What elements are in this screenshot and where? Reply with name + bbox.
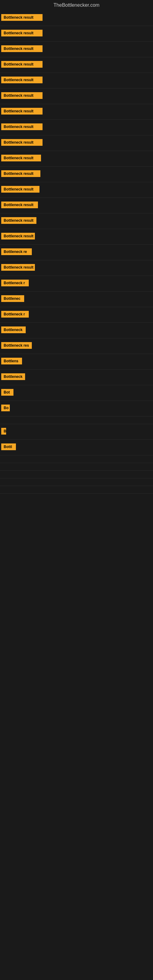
list-item (0, 478, 153, 486)
list-item: Bottleneck result (0, 73, 153, 89)
bottleneck-result-bar[interactable]: Bot (1, 389, 13, 396)
bottleneck-result-bar[interactable]: Bottleneck result (1, 45, 43, 52)
list-item: B (0, 424, 153, 440)
bottleneck-result-bar[interactable]: Bo (1, 404, 10, 411)
rows-container: Bottleneck resultBottleneck resultBottle… (0, 10, 153, 494)
list-item: Bottleneck result (0, 89, 153, 104)
bottleneck-result-bar[interactable]: B (1, 428, 6, 434)
list-item: Bottl (0, 440, 153, 455)
list-item: Bottleneck result (0, 135, 153, 151)
bottleneck-result-bar[interactable]: Bottleneck result (1, 170, 40, 177)
list-item: Bottleneck (0, 323, 153, 339)
site-title: TheBottlenecker.com (0, 0, 153, 10)
list-item: Bottleneck result (0, 10, 153, 26)
list-item: Bottleneck (0, 370, 153, 385)
bottleneck-result-bar[interactable]: Bottleneck result (1, 186, 40, 192)
bottleneck-result-bar[interactable]: Bottlens (1, 358, 22, 364)
list-item: Bottleneck result (0, 41, 153, 57)
bottleneck-result-bar[interactable]: Bottleneck result (1, 30, 43, 37)
bottleneck-result-bar[interactable]: Bottleneck result (1, 92, 43, 99)
list-item (0, 417, 153, 424)
bottleneck-result-bar[interactable]: Bottl (1, 444, 16, 450)
list-item: Bottleneck r (0, 307, 153, 323)
list-item: Bottlenec (0, 291, 153, 307)
bottleneck-result-bar[interactable]: Bottleneck result (1, 155, 41, 161)
bottleneck-result-bar[interactable]: Bottleneck res (1, 342, 32, 349)
bottleneck-result-bar[interactable]: Bottleneck result (1, 14, 43, 21)
list-item (0, 471, 153, 478)
site-header: TheBottlenecker.com (0, 0, 153, 10)
list-item: Bottleneck res (0, 339, 153, 354)
bottleneck-result-bar[interactable]: Bottleneck result (1, 233, 35, 240)
bottleneck-result-bar[interactable]: Bottleneck result (1, 264, 35, 271)
list-item: Bottleneck r (0, 276, 153, 291)
bottleneck-result-bar[interactable]: Bottleneck re (1, 248, 32, 255)
list-item: Bottleneck result (0, 26, 153, 41)
list-item: Bottleneck re (0, 245, 153, 260)
bottleneck-result-bar[interactable]: Bottleneck result (1, 139, 43, 146)
bottleneck-result-bar[interactable]: Bottleneck (1, 326, 26, 333)
bottleneck-result-bar[interactable]: Bottleneck result (1, 217, 37, 224)
bottleneck-result-bar[interactable]: Bottleneck r (1, 280, 29, 286)
bottleneck-result-bar[interactable]: Bottleneck r (1, 311, 29, 318)
bottleneck-result-bar[interactable]: Bottleneck result (1, 123, 43, 130)
list-item: Bottleneck result (0, 229, 153, 245)
list-item: Bottleneck result (0, 167, 153, 182)
list-item (0, 455, 153, 463)
list-item: Bottleneck result (0, 182, 153, 198)
bottleneck-result-bar[interactable]: Bottleneck result (1, 202, 38, 208)
list-item: Bottleneck result (0, 57, 153, 73)
list-item: Bottleneck result (0, 120, 153, 135)
list-item (0, 486, 153, 494)
list-item: Bot (0, 385, 153, 401)
list-item: Bottlens (0, 354, 153, 370)
list-item (0, 463, 153, 471)
list-item: Bottleneck result (0, 260, 153, 276)
list-item: Bottleneck result (0, 213, 153, 229)
list-item: Bottleneck result (0, 198, 153, 213)
bottleneck-result-bar[interactable]: Bottlenec (1, 295, 24, 302)
list-item: Bottleneck result (0, 104, 153, 120)
bottleneck-result-bar[interactable]: Bottleneck (1, 373, 25, 380)
bottleneck-result-bar[interactable]: Bottleneck result (1, 76, 43, 83)
bottleneck-result-bar[interactable]: Bottleneck result (1, 61, 43, 68)
list-item: Bo (0, 401, 153, 417)
list-item: Bottleneck result (0, 151, 153, 167)
bottleneck-result-bar[interactable]: Bottleneck result (1, 108, 43, 115)
